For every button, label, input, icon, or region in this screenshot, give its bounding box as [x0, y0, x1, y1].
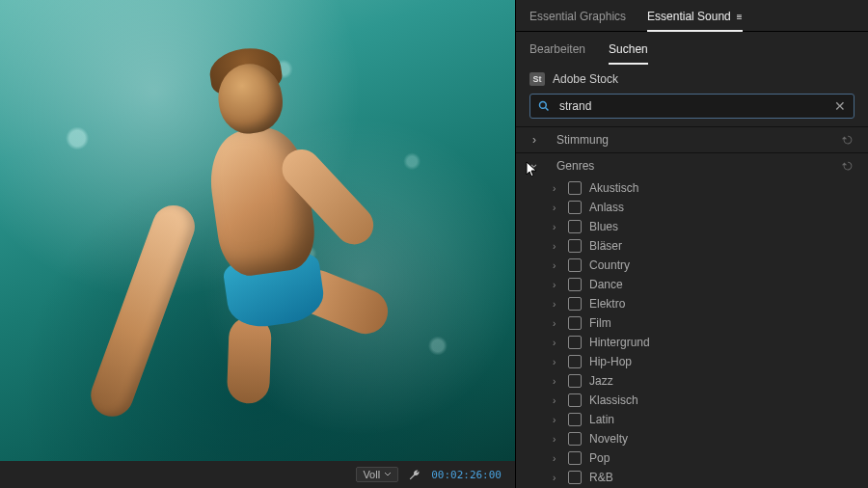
genre-checkbox[interactable]: [568, 451, 582, 465]
chevron-right-icon: ›: [553, 299, 560, 310]
chevron-down-icon: [384, 471, 392, 478]
genre-checkbox[interactable]: [568, 258, 582, 272]
genre-checkbox[interactable]: [568, 471, 582, 484]
genre-label: Akustisch: [589, 181, 638, 195]
genre-row[interactable]: ›Pop: [553, 448, 868, 468]
category-genres[interactable]: › Genres: [516, 152, 868, 178]
chevron-right-icon: ›: [553, 241, 560, 252]
genre-checkbox[interactable]: [568, 393, 582, 407]
zoom-dropdown[interactable]: Voll: [356, 467, 398, 482]
search-input[interactable]: [557, 98, 827, 114]
genre-row[interactable]: ›Anlass: [553, 198, 868, 217]
reset-icon[interactable]: [841, 133, 854, 147]
genre-checkbox[interactable]: [568, 374, 582, 388]
genre-label: Blues: [589, 220, 618, 233]
tab-essential-graphics[interactable]: Essential Graphics: [529, 6, 626, 31]
genre-label: Country: [589, 258, 630, 272]
genre-checkbox[interactable]: [568, 181, 582, 195]
genre-label: Latin: [589, 413, 614, 426]
subtab-edit[interactable]: Bearbeiten: [529, 40, 585, 65]
chevron-right-icon: ›: [553, 183, 560, 194]
genre-checkbox[interactable]: [568, 297, 582, 311]
genre-label: Film: [589, 316, 611, 330]
panel-menu-icon[interactable]: ≡: [737, 12, 743, 22]
genre-row[interactable]: ›Hintergrund: [553, 333, 868, 352]
svg-point-0: [540, 102, 547, 109]
genre-label: Hintergrund: [589, 336, 650, 349]
genres-list: ›Akustisch›Anlass›Blues›Bläser›Country›D…: [516, 178, 868, 488]
chevron-right-icon: ›: [553, 318, 560, 329]
chevron-right-icon: ›: [553, 280, 560, 290]
chevron-right-icon: ›: [553, 434, 560, 445]
genre-checkbox[interactable]: [568, 278, 582, 291]
cursor-icon: [526, 161, 539, 178]
genre-checkbox[interactable]: [568, 336, 582, 349]
chevron-right-icon: ›: [553, 473, 560, 483]
genre-row[interactable]: ›Latin: [553, 410, 868, 429]
genre-row[interactable]: ›Blues: [553, 217, 868, 236]
search-box[interactable]: ✕: [529, 94, 854, 119]
genre-checkbox[interactable]: [568, 201, 582, 214]
genre-label: Jazz: [589, 374, 613, 388]
chevron-right-icon: ›: [553, 222, 560, 232]
tab-essential-sound[interactable]: Essential Sound≡: [647, 6, 743, 31]
chevron-right-icon: ›: [553, 415, 560, 425]
subtab-search[interactable]: Suchen: [609, 40, 648, 65]
stock-source-row[interactable]: St Adobe Stock: [516, 65, 868, 94]
genre-label: Hip-Hop: [589, 355, 632, 368]
chevron-right-icon: ›: [529, 133, 539, 147]
video-preview[interactable]: [0, 0, 515, 461]
genre-label: Bläser: [589, 239, 622, 253]
genre-checkbox[interactable]: [568, 239, 582, 253]
chevron-right-icon: ›: [553, 203, 560, 213]
clear-search-icon[interactable]: ✕: [834, 99, 846, 113]
program-monitor: Voll 00:02:26:00: [0, 0, 515, 488]
genre-row[interactable]: ›Bläser: [553, 236, 868, 256]
category-genres-label: Genres: [556, 159, 841, 173]
genre-checkbox[interactable]: [568, 220, 582, 233]
genre-checkbox[interactable]: [568, 355, 582, 368]
genre-row[interactable]: ›Country: [553, 256, 868, 275]
chevron-right-icon: ›: [553, 338, 560, 348]
genre-row[interactable]: ›Akustisch: [553, 178, 868, 198]
genre-label: Klassisch: [589, 393, 638, 407]
genre-label: Dance: [589, 278, 623, 291]
genre-row[interactable]: ›Film: [553, 313, 868, 333]
genre-row[interactable]: ›R&B: [553, 468, 868, 487]
stock-badge: St: [529, 72, 545, 86]
monitor-controls: Voll 00:02:26:00: [0, 461, 515, 488]
genre-row[interactable]: ›Klassisch: [553, 391, 868, 410]
chevron-right-icon: ›: [553, 395, 560, 406]
chevron-right-icon: ›: [553, 357, 560, 367]
genre-row[interactable]: ›Elektro: [553, 294, 868, 313]
genre-label: Anlass: [589, 201, 624, 214]
chevron-right-icon: ›: [553, 453, 560, 464]
category-mood[interactable]: › Stimmung: [516, 126, 868, 152]
genre-checkbox[interactable]: [568, 413, 582, 426]
genre-row[interactable]: ›Novelty: [553, 429, 868, 448]
genre-label: R&B: [589, 471, 613, 484]
timecode[interactable]: 00:02:26:00: [431, 469, 502, 481]
genre-checkbox[interactable]: [568, 432, 582, 446]
genre-row[interactable]: ›Hip-Hop: [553, 352, 868, 371]
chevron-right-icon: ›: [553, 260, 560, 271]
genre-row[interactable]: ›Jazz: [553, 371, 868, 391]
genre-row[interactable]: ›Dance: [553, 275, 868, 294]
essential-sound-panel: Essential Graphics Essential Sound≡ Bear…: [515, 0, 868, 488]
chevron-right-icon: ›: [553, 376, 560, 387]
genre-label: Novelty: [589, 432, 628, 446]
category-mood-label: Stimmung: [556, 133, 841, 147]
reset-icon[interactable]: [841, 159, 854, 173]
genre-label: Pop: [589, 451, 610, 465]
genre-checkbox[interactable]: [568, 316, 582, 330]
genre-label: Elektro: [589, 297, 625, 311]
stock-label: Adobe Stock: [553, 72, 618, 86]
zoom-label: Voll: [363, 469, 380, 480]
search-icon: [538, 100, 550, 112]
wrench-icon[interactable]: [408, 468, 421, 481]
